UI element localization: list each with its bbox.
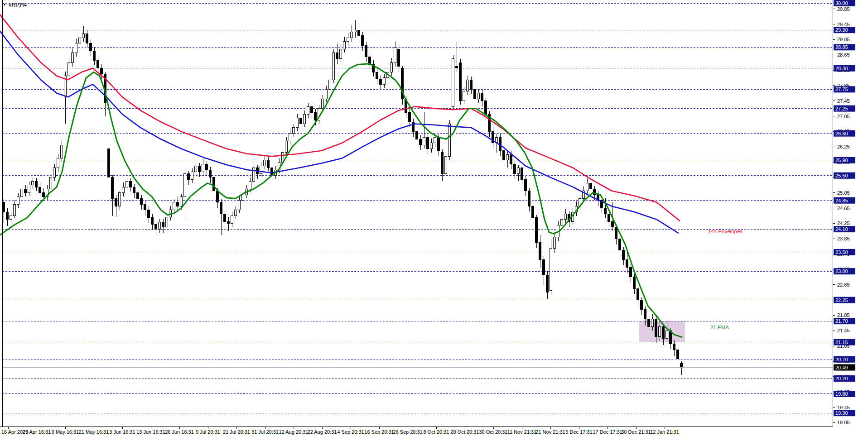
- svg-text:30 Dec 21:31: 30 Dec 21:31: [621, 429, 651, 435]
- candle-bullish: [354, 30, 357, 32]
- svg-text:24.85: 24.85: [835, 198, 848, 203]
- candle-bullish: [75, 43, 77, 53]
- candle-bearish: [503, 151, 505, 160]
- svg-text:26 Jun 16:31: 26 Jun 16:31: [165, 429, 194, 435]
- candle-bearish: [115, 198, 117, 206]
- candles: [3, 20, 683, 375]
- candle-bullish: [68, 62, 70, 76]
- candle-bearish: [633, 277, 636, 288]
- candle-bearish: [90, 43, 92, 51]
- candle-bullish: [340, 49, 342, 59]
- candle-bullish: [434, 137, 436, 143]
- candle-bullish: [564, 214, 567, 220]
- svg-text:26.60: 26.60: [835, 131, 848, 136]
- candle-bullish: [554, 237, 556, 248]
- svg-text:13 Jun 16:31: 13 Jun 16:31: [136, 429, 165, 435]
- candle-bearish: [376, 72, 378, 79]
- candle-bullish: [307, 106, 309, 114]
- candle-bearish: [198, 166, 201, 172]
- candle-bullish: [293, 128, 295, 134]
- svg-text:21 Jul 20:31: 21 Jul 20:31: [223, 429, 250, 435]
- candle-bullish: [264, 160, 266, 166]
- svg-text:20.20: 20.20: [835, 376, 848, 381]
- candle-bearish: [24, 189, 27, 192]
- candle-bullish: [351, 32, 353, 38]
- plot-border: [0, 0, 833, 426]
- candle-bearish: [162, 222, 164, 227]
- svg-text:28.30: 28.30: [835, 66, 848, 71]
- candle-bearish: [510, 154, 512, 164]
- symbol-dropdown-icon[interactable]: ▼: [3, 2, 6, 8]
- svg-text:28.85: 28.85: [835, 44, 848, 50]
- svg-text:24.10: 24.10: [835, 226, 848, 232]
- candle-bearish: [111, 177, 114, 199]
- svg-text:20.49: 20.49: [835, 365, 848, 370]
- svg-text:22.25: 22.25: [835, 297, 848, 303]
- svg-text:19.80: 19.80: [835, 391, 848, 397]
- candle-bearish: [177, 202, 179, 206]
- svg-text:22.65: 22.65: [837, 282, 850, 287]
- candle-bearish: [630, 268, 632, 277]
- candle-bullish: [14, 204, 16, 216]
- candle-bullish: [28, 185, 30, 193]
- svg-text:19.30: 19.30: [835, 410, 848, 416]
- symbol-label: ▼ #HP,H4: [3, 2, 27, 8]
- svg-text:27.05: 27.05: [837, 114, 850, 119]
- candle-bullish: [195, 166, 197, 172]
- candle-bearish: [148, 210, 150, 218]
- svg-text:29 Apr 16:31: 29 Apr 16:31: [23, 429, 51, 435]
- candle-bearish: [97, 61, 99, 68]
- candle-bearish: [514, 164, 516, 173]
- time-axis[interactable]: 16 Apr 202529 Apr 16:319 May 16:3121 May…: [1, 426, 679, 435]
- candle-bullish: [21, 189, 23, 196]
- candle-bearish: [6, 212, 9, 220]
- price-axis[interactable]: 29.8529.4529.0528.6528.2527.8527.4527.05…: [833, 0, 855, 425]
- candle-bullish: [285, 141, 288, 153]
- svg-text:3 Jun 16:31: 3 Jun 16:31: [109, 429, 135, 435]
- candle-bearish: [612, 221, 614, 227]
- candle-bearish: [43, 193, 45, 196]
- candle-bullish: [325, 89, 328, 99]
- candle-bearish: [546, 275, 549, 292]
- candle-bearish: [3, 202, 5, 212]
- candle-bearish: [409, 112, 411, 122]
- candle-bearish: [206, 164, 208, 170]
- candle-bearish: [470, 80, 473, 89]
- svg-text:31 Jul 20:31: 31 Jul 20:31: [251, 429, 279, 435]
- candle-bearish: [213, 177, 215, 191]
- svg-text:27.45: 27.45: [837, 98, 850, 104]
- candle-bearish: [101, 68, 103, 74]
- candle-bearish: [528, 191, 530, 206]
- candle-bullish: [235, 210, 237, 216]
- candle-bullish: [50, 177, 52, 189]
- svg-text:25.90: 25.90: [835, 158, 848, 163]
- candle-bullish: [430, 143, 433, 149]
- candle-bearish: [300, 118, 302, 124]
- candle-bullish: [322, 99, 324, 109]
- candle-bearish: [535, 218, 538, 243]
- candle-bearish: [680, 363, 683, 367]
- svg-text:23.50: 23.50: [835, 249, 848, 255]
- svg-text:29.05: 29.05: [837, 37, 850, 42]
- price-chart-canvas[interactable]: 29.8529.4529.0528.6528.2527.8527.4527.05…: [0, 0, 868, 436]
- candle-bullish: [79, 38, 81, 43]
- candle-bearish: [137, 193, 139, 199]
- candle-bullish: [550, 248, 552, 290]
- svg-text:11 Nov 21:31: 11 Nov 21:31: [507, 429, 537, 435]
- svg-text:24.25: 24.25: [837, 220, 850, 226]
- svg-text:21.70: 21.70: [835, 318, 848, 324]
- candle-bullish: [333, 53, 335, 80]
- candle-bullish: [445, 156, 447, 173]
- candle-bearish: [130, 181, 132, 187]
- candle-bullish: [10, 216, 12, 220]
- candle-bearish: [398, 49, 400, 67]
- svg-text:30.00: 30.00: [835, 0, 848, 6]
- candle-bearish: [608, 214, 610, 221]
- svg-text:21 May 16:31: 21 May 16:31: [79, 429, 109, 435]
- svg-text:4 Sep 20:31: 4 Sep 20:31: [337, 429, 364, 435]
- svg-text:5 Dec 17:31: 5 Dec 17:31: [565, 429, 592, 435]
- candle-bearish: [438, 137, 440, 151]
- candle-bullish: [249, 181, 251, 189]
- candle-bullish: [57, 158, 59, 168]
- candle-bullish: [659, 327, 661, 336]
